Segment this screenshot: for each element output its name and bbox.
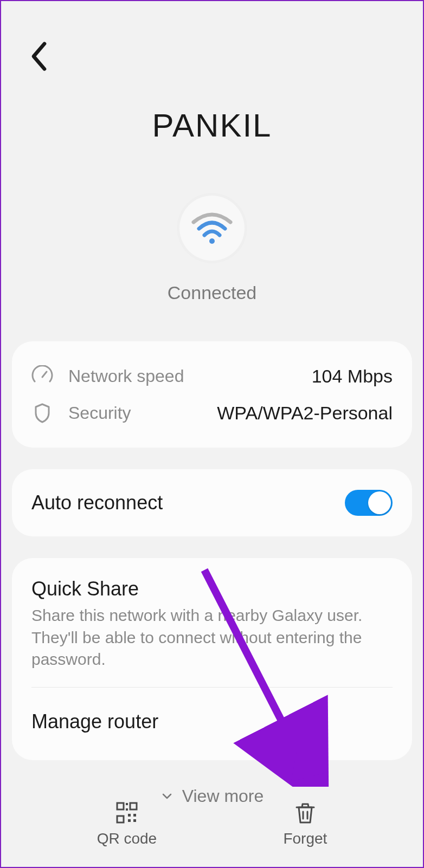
connection-status: Connected [1,282,423,303]
trash-icon [293,801,317,825]
security-label: Security [68,403,202,423]
bottom-action-bar: QR code Forget [1,801,423,847]
svg-rect-3 [130,803,137,809]
svg-rect-7 [128,819,131,822]
svg-line-1 [42,372,47,377]
qr-code-icon [115,801,139,825]
security-value: WPA/WPA2-Personal [217,403,393,424]
manage-router-title: Manage router [31,710,393,733]
wifi-icon-circle [179,196,245,261]
wifi-icon-container [1,196,423,261]
network-speed-row: Network speed 104 Mbps [31,358,393,394]
auto-reconnect-toggle[interactable] [345,490,393,516]
manage-router-item[interactable]: Manage router [12,688,412,760]
svg-rect-8 [133,819,136,822]
quick-share-item[interactable]: Quick Share Share this network with a ne… [12,558,412,687]
forget-label: Forget [283,830,327,847]
chevron-left-icon [28,40,50,73]
quick-share-title: Quick Share [31,578,393,600]
network-info-card: Network speed 104 Mbps Security WPA/WPA2… [12,341,412,448]
qr-code-button[interactable]: QR code [97,801,157,847]
svg-rect-6 [133,814,136,817]
actions-card: Quick Share Share this network with a ne… [12,558,412,760]
security-row: Security WPA/WPA2-Personal [31,394,393,431]
qr-code-label: QR code [97,830,157,847]
speed-label: Network speed [68,366,297,386]
svg-rect-9 [126,803,128,805]
auto-reconnect-row[interactable]: Auto reconnect [12,469,412,536]
svg-rect-10 [126,808,128,811]
svg-point-0 [209,238,215,244]
svg-rect-2 [117,803,124,809]
svg-rect-4 [117,816,124,822]
shield-icon [31,402,53,424]
network-name: PANKIL [1,107,423,144]
svg-rect-5 [128,814,131,817]
auto-reconnect-label: Auto reconnect [31,491,345,514]
forget-button[interactable]: Forget [283,801,327,847]
back-button[interactable] [28,40,50,73]
quick-share-description: Share this network with a nearby Galaxy … [31,605,393,671]
speed-value: 104 Mbps [312,366,393,387]
speed-icon [31,365,53,387]
wifi-icon [190,211,234,245]
